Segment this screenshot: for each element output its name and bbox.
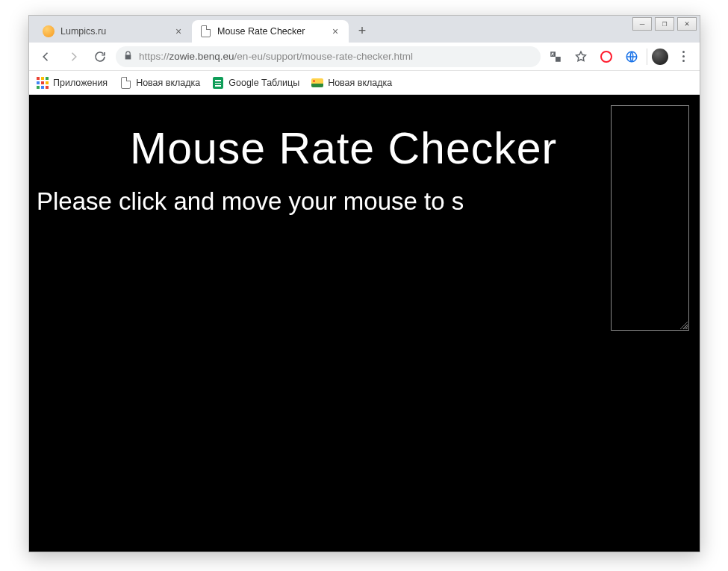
globe-extension-button[interactable] — [621, 46, 642, 67]
minimize-button[interactable]: — — [632, 17, 652, 31]
bookmark-item[interactable]: Новая вкладка — [119, 77, 200, 89]
arrow-left-icon — [40, 50, 53, 63]
file-icon — [119, 77, 131, 89]
reload-icon — [93, 50, 107, 63]
tab-title: Lumpics.ru — [60, 26, 167, 37]
url-text: https://zowie.benq.eu/en-eu/support/mous… — [139, 51, 413, 62]
profile-avatar[interactable] — [652, 49, 668, 65]
translate-button[interactable] — [545, 46, 566, 67]
lock-icon — [123, 51, 133, 63]
kebab-menu-icon — [682, 51, 685, 62]
forward-button[interactable] — [62, 46, 84, 68]
bookmark-label: Новая вкладка — [328, 78, 392, 88]
tab-lumpics[interactable]: Lumpics.ru × — [35, 20, 192, 43]
bookmark-item[interactable]: Новая вкладка — [311, 77, 392, 89]
rate-output-box[interactable] — [611, 105, 689, 331]
sheets-icon — [212, 77, 224, 89]
window-controls: — ❐ ✕ — [632, 16, 700, 31]
opera-extension-button[interactable] — [596, 46, 617, 67]
page-subtitle: Please click and move your mouse to s — [37, 187, 464, 216]
bookmark-item[interactable]: Google Таблицы — [212, 77, 299, 89]
apps-label: Приложения — [53, 78, 108, 88]
opera-icon — [600, 51, 612, 63]
translate-icon — [549, 50, 562, 63]
back-button[interactable] — [35, 46, 57, 68]
picture-icon — [311, 77, 323, 89]
bookmark-label: Новая вкладка — [136, 78, 200, 88]
apps-grid-icon — [37, 77, 49, 89]
close-window-button[interactable]: ✕ — [677, 17, 697, 31]
tab-mouse-rate-checker[interactable]: Mouse Rate Checker × — [192, 20, 349, 43]
new-tab-button[interactable]: + — [352, 20, 373, 41]
address-bar[interactable]: https://zowie.benq.eu/en-eu/support/mous… — [116, 46, 541, 67]
tab-close-icon[interactable]: × — [172, 25, 184, 37]
bookmarks-bar: Приложения Новая вкладка Google Таблицы … — [29, 71, 700, 95]
star-icon — [574, 50, 588, 63]
chrome-menu-button[interactable] — [673, 46, 694, 67]
maximize-button[interactable]: ❐ — [655, 17, 674, 31]
reload-button[interactable] — [89, 46, 111, 68]
page-viewport[interactable]: Mouse Rate Checker Please click and move… — [29, 95, 700, 552]
page-title: Mouse Rate Checker — [130, 123, 557, 174]
globe-icon — [625, 50, 638, 63]
tab-favicon-file-icon — [199, 25, 211, 37]
tab-strip: Lumpics.ru × Mouse Rate Checker × + — [29, 16, 700, 43]
bookmark-star-button[interactable] — [570, 46, 591, 67]
toolbar-divider — [647, 49, 647, 65]
tab-favicon-orange-icon — [43, 25, 55, 37]
apps-shortcut[interactable]: Приложения — [37, 77, 108, 89]
tab-title: Mouse Rate Checker — [217, 26, 323, 37]
browser-window: — ❐ ✕ Lumpics.ru × Mouse Rate Checker × … — [28, 15, 700, 552]
tab-close-icon[interactable]: × — [329, 25, 341, 37]
bookmark-label: Google Таблицы — [228, 78, 299, 88]
page-content: Mouse Rate Checker Please click and move… — [29, 95, 700, 552]
toolbar: https://zowie.benq.eu/en-eu/support/mous… — [29, 43, 700, 71]
arrow-right-icon — [66, 50, 80, 63]
